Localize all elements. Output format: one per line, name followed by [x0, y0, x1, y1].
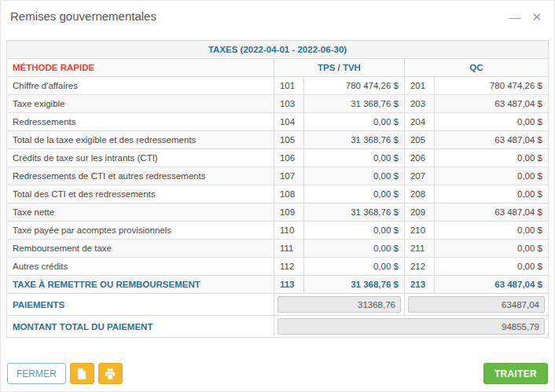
- row-label: Taxe exigible: [7, 95, 274, 113]
- row-value-tps: 0,00 $: [303, 113, 404, 131]
- remises-dialog: Remises gouvernementales — ✕ TAXES (2022…: [0, 0, 555, 392]
- row-value-tps: 0,00 $: [303, 240, 404, 258]
- payments-label: PAIEMENTS: [7, 294, 274, 316]
- row-value-qc: 780 474,26 $: [434, 77, 548, 95]
- row-label: Taxe payée par acomptes provisionnels: [7, 222, 274, 240]
- row-value-tps: 31 368,76 $: [303, 276, 404, 294]
- row-value-tps: 0,00 $: [303, 258, 404, 276]
- row-code-tps: 101: [274, 77, 303, 95]
- row-value-qc: 63 487,04 $: [434, 203, 548, 222]
- row-value-tps: 0,00 $: [303, 222, 404, 240]
- row-code-qc: 207: [404, 167, 434, 185]
- row-label: Remboursement de taxe: [7, 240, 274, 258]
- table-row: Taxe exigible10331 368,76 $20363 487,04 …: [7, 95, 549, 113]
- row-label: Crédits de taxe sur les intrants (CTI): [7, 149, 274, 167]
- tax-table-wrap: TAXES (2022-04-01 - 2022-06-30) MÉTHODE …: [6, 40, 549, 338]
- table-row: Taxe nette10931 368,76 $20963 487,04 $: [7, 203, 549, 222]
- row-value-tps: 0,00 $: [303, 185, 404, 203]
- row-value-tps: 31 368,76 $: [303, 95, 404, 113]
- column-header-tps: TPS / TVH: [274, 59, 404, 77]
- row-code-qc: 204: [404, 113, 434, 131]
- row-label: Autres crédits: [7, 258, 274, 276]
- table-row: Redressements1040,00 $2040,00 $: [7, 113, 549, 131]
- row-label: Total des CTI et des redressements: [7, 185, 274, 203]
- traiter-button[interactable]: TRAITER: [483, 363, 548, 384]
- row-code-tps: 105: [274, 131, 303, 149]
- tax-table: TAXES (2022-04-01 - 2022-06-30) MÉTHODE …: [6, 40, 549, 338]
- dialog-footer: FERMER TRAITER: [7, 363, 548, 384]
- row-value-qc: 0,00 $: [434, 258, 548, 276]
- payments-row: PAIEMENTS: [7, 294, 549, 316]
- table-row: Autres crédits1120,00 $2120,00 $: [7, 258, 549, 276]
- row-label: Total de la taxe exigible et des redress…: [7, 131, 274, 149]
- table-row: Chiffre d'affaires101780 474,26 $201780 …: [7, 77, 549, 95]
- printer-icon: [105, 368, 116, 379]
- table-row: Crédits de taxe sur les intrants (CTI)10…: [7, 149, 549, 167]
- row-value-tps: 31 368,76 $: [303, 203, 404, 222]
- row-code-qc: 213: [404, 276, 434, 294]
- total-row: MONTANT TOTAL DU PAIEMENT: [7, 316, 549, 338]
- row-value-tps: 780 474,26 $: [303, 77, 404, 95]
- row-value-tps: 31 368,76 $: [303, 131, 404, 149]
- window-controls: — ✕: [509, 11, 542, 23]
- total-cell: [274, 316, 548, 338]
- row-code-qc: 212: [404, 258, 434, 276]
- row-code-tps: 113: [274, 276, 303, 294]
- row-code-qc: 205: [404, 131, 434, 149]
- tax-table-body: Chiffre d'affaires101780 474,26 $201780 …: [7, 77, 549, 294]
- close-icon[interactable]: ✕: [531, 11, 542, 23]
- row-label: TAXE À REMETTRE OU REMBOURSEMENT: [7, 276, 274, 294]
- column-header-qc: QC: [404, 59, 548, 77]
- row-value-qc: 63 487,04 $: [434, 276, 548, 294]
- payments-tps-input[interactable]: [278, 296, 401, 313]
- total-payment-input[interactable]: [278, 318, 545, 335]
- table-row: Total des CTI et des redressements1080,0…: [7, 185, 549, 203]
- table-row: Total de la taxe exigible et des redress…: [7, 131, 549, 149]
- row-code-tps: 107: [274, 167, 303, 185]
- row-code-tps: 104: [274, 113, 303, 131]
- period-header-row: TAXES (2022-04-01 - 2022-06-30): [7, 41, 549, 59]
- document-button[interactable]: [70, 363, 94, 384]
- row-label: Chiffre d'affaires: [7, 77, 274, 95]
- column-header-row: MÉTHODE RAPIDE TPS / TVH QC: [7, 59, 549, 77]
- table-row: TAXE À REMETTRE OU REMBOURSEMENT11331 36…: [7, 276, 549, 294]
- row-code-tps: 109: [274, 203, 303, 222]
- row-code-qc: 209: [404, 203, 434, 222]
- row-code-qc: 208: [404, 185, 434, 203]
- payments-qc-input[interactable]: [408, 296, 545, 313]
- payments-qc-cell: [404, 294, 548, 316]
- row-code-qc: 211: [404, 240, 434, 258]
- row-code-tps: 108: [274, 185, 303, 203]
- row-label: Redressements: [7, 113, 274, 131]
- row-value-tps: 0,00 $: [303, 149, 404, 167]
- row-value-qc: 0,00 $: [434, 222, 548, 240]
- column-header-method: MÉTHODE RAPIDE: [7, 59, 274, 77]
- payments-tps-cell: [274, 294, 404, 316]
- period-header: TAXES (2022-04-01 - 2022-06-30): [7, 41, 549, 59]
- table-row: Taxe payée par acomptes provisionnels110…: [7, 222, 549, 240]
- minimize-icon[interactable]: —: [509, 11, 520, 23]
- row-label: Taxe nette: [7, 203, 274, 222]
- row-value-qc: 0,00 $: [434, 240, 548, 258]
- row-code-tps: 111: [274, 240, 303, 258]
- row-value-qc: 63 487,04 $: [434, 95, 548, 113]
- row-label: Redressements de CTI et autres redressem…: [7, 167, 274, 185]
- table-row: Remboursement de taxe1110,00 $2110,00 $: [7, 240, 549, 258]
- row-value-qc: 0,00 $: [434, 167, 548, 185]
- dialog-header: Remises gouvernementales — ✕: [1, 1, 554, 23]
- tax-table-footer: PAIEMENTS MONTANT TOTAL DU PAIEMENT: [7, 294, 549, 338]
- row-value-qc: 0,00 $: [434, 185, 548, 203]
- row-code-qc: 206: [404, 149, 434, 167]
- print-button[interactable]: [98, 363, 123, 384]
- page-title: Remises gouvernementales: [10, 9, 156, 23]
- table-row: Redressements de CTI et autres redressem…: [7, 167, 549, 185]
- row-code-tps: 110: [274, 222, 303, 240]
- row-code-qc: 201: [404, 77, 434, 95]
- fermer-button[interactable]: FERMER: [7, 363, 66, 384]
- document-icon: [77, 368, 86, 379]
- row-value-qc: 0,00 $: [434, 149, 548, 167]
- row-code-tps: 112: [274, 258, 303, 276]
- row-value-qc: 0,00 $: [434, 113, 548, 131]
- total-label: MONTANT TOTAL DU PAIEMENT: [7, 316, 274, 338]
- row-code-qc: 203: [404, 95, 434, 113]
